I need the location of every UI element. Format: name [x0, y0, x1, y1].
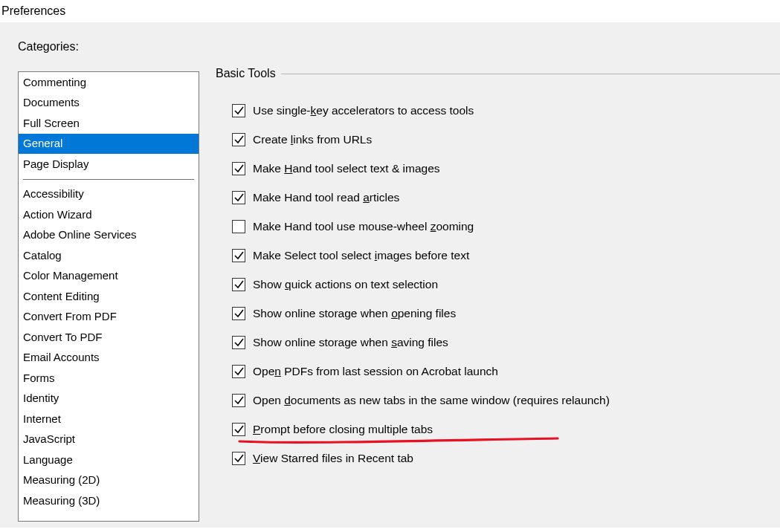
category-item[interactable]: Measuring (3D)	[19, 490, 199, 511]
category-item[interactable]: Content Editing	[19, 286, 199, 307]
group-title: Basic Tools	[216, 67, 280, 80]
checkbox[interactable]	[232, 307, 245, 320]
option-label[interactable]: Show quick actions on text selection	[253, 278, 438, 291]
option-row: Make Hand tool use mouse-wheel zooming	[232, 220, 780, 233]
option-row: Show online storage when opening files	[232, 307, 780, 320]
category-item[interactable]: Language	[19, 450, 199, 470]
basic-tools-group: Basic Tools Use single-key accelerators …	[216, 67, 780, 465]
option-row: Open documents as new tabs in the same w…	[232, 394, 780, 407]
option-label[interactable]: Show online storage when opening files	[253, 307, 456, 320]
option-row: Open PDFs from last session on Acrobat l…	[232, 365, 780, 378]
category-item[interactable]: Adobe Online Services	[19, 225, 199, 246]
checkbox[interactable]	[232, 423, 245, 436]
option-label[interactable]: Make Hand tool read articles	[253, 191, 399, 204]
category-item[interactable]: Convert To PDF	[19, 327, 199, 348]
option-row: Show quick actions on text selection	[232, 278, 780, 291]
option-row: Make Hand tool select text & images	[232, 162, 780, 175]
category-item[interactable]: Full Screen	[19, 113, 199, 134]
category-item[interactable]: Email Accounts	[19, 348, 199, 369]
group-border	[281, 74, 780, 74]
option-label[interactable]: Show online storage when saving files	[253, 336, 448, 349]
category-item[interactable]: Action Wizard	[19, 204, 199, 225]
categories-listbox[interactable]: CommentingDocumentsFull ScreenGeneralPag…	[18, 71, 199, 522]
category-item[interactable]: Forms	[19, 368, 199, 389]
category-item[interactable]: Accessibility	[19, 184, 199, 205]
checkbox[interactable]	[232, 452, 245, 465]
category-item[interactable]: Measuring (2D)	[19, 470, 199, 491]
checkbox[interactable]	[232, 336, 245, 349]
option-row: Make Hand tool read articles	[232, 191, 780, 204]
option-row: Make Select tool select images before te…	[232, 249, 780, 262]
checkbox[interactable]	[232, 191, 245, 204]
window-title: Preferences	[0, 0, 780, 22]
category-item[interactable]: Catalog	[19, 245, 199, 266]
category-item[interactable]: Internet	[19, 409, 199, 429]
checkbox[interactable]	[232, 249, 245, 262]
checkbox[interactable]	[232, 278, 245, 291]
option-row: Show online storage when saving files	[232, 336, 780, 349]
option-label[interactable]: Prompt before closing multiple tabs	[253, 423, 433, 436]
option-row: Create links from URLs	[232, 133, 780, 146]
option-label[interactable]: Make Hand tool use mouse-wheel zooming	[253, 220, 474, 233]
option-label[interactable]: Use single-key accelerators to access to…	[253, 104, 474, 117]
checkbox[interactable]	[232, 162, 245, 175]
option-label[interactable]: Make Select tool select images before te…	[253, 249, 469, 262]
category-item[interactable]: Identity	[19, 389, 199, 409]
checkbox[interactable]	[232, 133, 245, 146]
checkbox[interactable]	[232, 394, 245, 407]
content-area: Categories: CommentingDocumentsFull Scre…	[0, 22, 780, 528]
category-item[interactable]: Convert From PDF	[19, 307, 199, 328]
checkbox[interactable]	[232, 365, 245, 378]
checkbox[interactable]	[232, 104, 245, 117]
category-item[interactable]: Page Display	[19, 154, 199, 175]
option-label[interactable]: Open documents as new tabs in the same w…	[253, 394, 610, 407]
option-label[interactable]: Make Hand tool select text & images	[253, 162, 440, 175]
checkbox[interactable]	[232, 220, 245, 233]
category-item[interactable]: Documents	[19, 93, 199, 114]
option-row: Prompt before closing multiple tabs	[232, 423, 780, 436]
category-item[interactable]: Color Management	[19, 266, 199, 287]
categories-label: Categories:	[18, 40, 780, 53]
category-item[interactable]: General	[19, 134, 199, 155]
category-item[interactable]: Commenting	[19, 72, 199, 93]
option-label[interactable]: Create links from URLs	[253, 133, 372, 146]
option-row: View Starred files in Recent tab	[232, 452, 780, 465]
option-label[interactable]: Open PDFs from last session on Acrobat l…	[253, 365, 498, 378]
option-row: Use single-key accelerators to access to…	[232, 104, 780, 117]
list-separator	[23, 179, 194, 180]
option-label[interactable]: View Starred files in Recent tab	[253, 452, 413, 465]
category-item[interactable]: JavaScript	[19, 429, 199, 450]
